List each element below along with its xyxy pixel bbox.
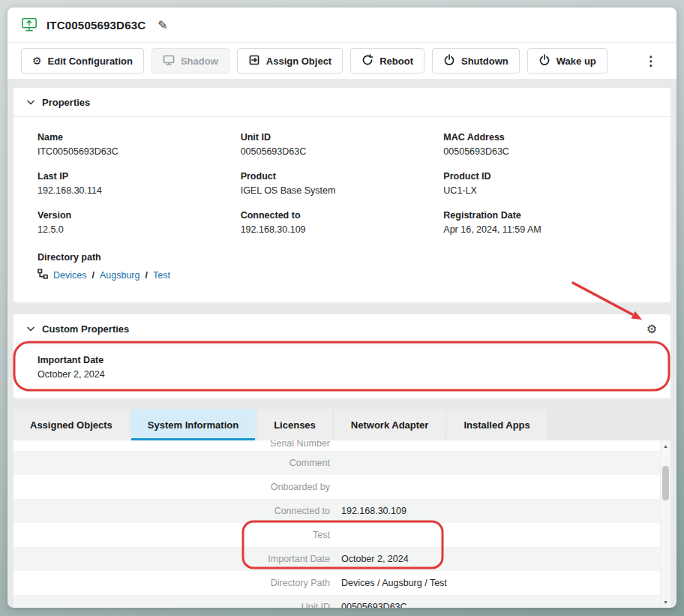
- row-label: Onboarded by: [14, 482, 330, 492]
- custom-properties-body: Important Date October 2, 2024: [14, 344, 670, 398]
- more-actions-button[interactable]: ⋮: [638, 50, 663, 72]
- wake-up-button[interactable]: Wake up: [527, 48, 608, 74]
- field-value: Apr 16, 2024, 11:59 AM: [443, 224, 646, 236]
- edit-configuration-button[interactable]: ⚙ Edit Configuration: [21, 48, 144, 74]
- field-value: 00505693D63C: [241, 146, 444, 158]
- tab-installed-apps[interactable]: Installed Apps: [447, 409, 546, 440]
- field-value: IGEL OS Base System: [241, 185, 444, 197]
- power-icon: [443, 54, 455, 68]
- row-label: Directory Path: [14, 578, 330, 588]
- shadow-button[interactable]: Shadow: [152, 48, 230, 74]
- scroll-up-icon[interactable]: ▲: [661, 441, 670, 451]
- custom-properties-section-header[interactable]: Custom Properties ⚙: [14, 314, 670, 344]
- tree-icon: [38, 269, 48, 282]
- table-row: Connected to 192.168.30.109: [14, 499, 660, 523]
- field-value: 192.168.30.114: [38, 185, 241, 197]
- row-label: Test: [14, 530, 330, 540]
- table-scrollbar[interactable]: ▲ ▼: [660, 440, 670, 608]
- button-label: Shutdown: [461, 56, 508, 67]
- assign-object-icon: [248, 54, 260, 68]
- row-label: Important Date: [14, 554, 330, 564]
- breadcrumb-link-devices[interactable]: Devices: [53, 270, 86, 281]
- edit-name-icon[interactable]: ✎: [158, 18, 167, 32]
- shutdown-button[interactable]: Shutdown: [432, 48, 520, 74]
- directory-path-block: Directory path Devices / Augsburg / Test: [14, 252, 670, 302]
- breadcrumb-link-test[interactable]: Test: [153, 270, 170, 281]
- field-label: Unit ID: [241, 132, 444, 143]
- field-value: 12.5.0: [38, 224, 241, 236]
- breadcrumb-separator: /: [92, 270, 94, 281]
- field-label: Registration Date: [443, 210, 646, 221]
- monitor-icon: [163, 54, 175, 68]
- detail-tabs: Assigned Objects System Information Lice…: [14, 409, 670, 440]
- row-value: Devices / Augsburg / Test: [341, 578, 447, 588]
- button-label: Reboot: [380, 56, 413, 67]
- property-field: Last IP 192.168.30.114: [38, 171, 241, 197]
- custom-property-field: Important Date October 2, 2024: [38, 355, 646, 380]
- section-title: Custom Properties: [42, 323, 129, 335]
- tab-licenses[interactable]: Licenses: [257, 409, 332, 440]
- property-field: Version 12.5.0: [38, 210, 241, 236]
- card-header: ITC00505693D63C ✎: [8, 8, 676, 43]
- assign-object-button[interactable]: Assign Object: [237, 48, 343, 74]
- properties-grid: Name ITC00505693D63C Unit ID 00505693D63…: [14, 117, 670, 252]
- row-label: Serial Number: [14, 440, 330, 451]
- scroll-down-icon[interactable]: ▼: [661, 597, 670, 607]
- property-field: Connected to 192.168.30.109: [241, 210, 444, 236]
- button-label: Assign Object: [266, 56, 332, 67]
- property-field: Name ITC00505693D63C: [38, 132, 241, 158]
- property-field: Registration Date Apr 16, 2024, 11:59 AM: [443, 210, 646, 236]
- table-row: Important Date October 2, 2024: [14, 547, 660, 571]
- chevron-down-icon: [27, 326, 34, 332]
- field-label: Directory path: [38, 252, 646, 263]
- table-row: Onboarded by: [14, 475, 660, 499]
- field-value: UC1-LX: [443, 185, 646, 197]
- tab-system-information[interactable]: System Information: [131, 409, 255, 440]
- row-label: Comment: [14, 458, 330, 468]
- row-label: Unit ID: [14, 602, 330, 608]
- field-label: MAC Address: [443, 132, 646, 143]
- properties-section: Properties Name ITC00505693D63C Unit ID …: [14, 88, 670, 302]
- field-value: 192.168.30.109: [241, 224, 444, 236]
- reboot-icon: [362, 54, 374, 68]
- breadcrumb-separator: /: [145, 270, 147, 281]
- row-value: 00505693D63C: [341, 602, 407, 608]
- action-toolbar: ⚙ Edit Configuration Shadow Assi: [8, 43, 676, 79]
- scrollbar-thumb[interactable]: [662, 466, 669, 500]
- field-label: Connected to: [241, 210, 444, 221]
- row-value: October 2, 2024: [341, 554, 409, 564]
- table-row: Comment: [14, 451, 660, 475]
- breadcrumb-link-augsburg[interactable]: Augsburg: [100, 270, 140, 281]
- button-label: Shadow: [181, 56, 218, 67]
- table-row: Directory Path Devices / Augsburg / Test: [14, 571, 660, 595]
- field-label: Last IP: [38, 171, 241, 182]
- custom-properties-gear-icon[interactable]: ⚙: [646, 322, 657, 336]
- power-icon: [538, 54, 550, 68]
- chevron-down-icon: [27, 100, 34, 105]
- property-field: Product IGEL OS Base System: [241, 171, 444, 197]
- field-label: Important Date: [38, 355, 646, 366]
- gear-icon: ⚙: [32, 56, 42, 66]
- device-icon: [21, 17, 38, 33]
- field-label: Product ID: [443, 171, 646, 182]
- property-field: Unit ID 00505693D63C: [241, 132, 444, 158]
- field-label: Product: [241, 171, 444, 182]
- property-field: MAC Address 00505693D63C: [443, 132, 646, 158]
- field-label: Name: [38, 132, 241, 143]
- field-value: October 2, 2024: [38, 369, 646, 380]
- field-value: ITC00505693D63C: [38, 146, 241, 158]
- tab-network-adapter[interactable]: Network Adapter: [334, 409, 446, 440]
- row-label: Connected to: [14, 506, 330, 516]
- custom-properties-section: Custom Properties ⚙ Important Date Octob…: [14, 314, 670, 398]
- property-field: Product ID UC1-LX: [443, 171, 646, 197]
- reboot-button[interactable]: Reboot: [350, 48, 424, 74]
- table-row: Unit ID 00505693D63C: [14, 595, 660, 608]
- section-title: Properties: [42, 97, 90, 108]
- properties-section-header[interactable]: Properties: [14, 88, 670, 117]
- page-title: ITC00505693D63C: [46, 19, 146, 32]
- tab-assigned-objects[interactable]: Assigned Objects: [14, 409, 129, 440]
- table-row: Serial Number: [14, 440, 660, 451]
- device-detail-card: ITC00505693D63C ✎ ⚙ Edit Configuration S…: [8, 8, 676, 608]
- button-label: Edit Configuration: [48, 56, 133, 67]
- system-information-table: Serial Number Comment Onboarded by Conne…: [14, 440, 660, 608]
